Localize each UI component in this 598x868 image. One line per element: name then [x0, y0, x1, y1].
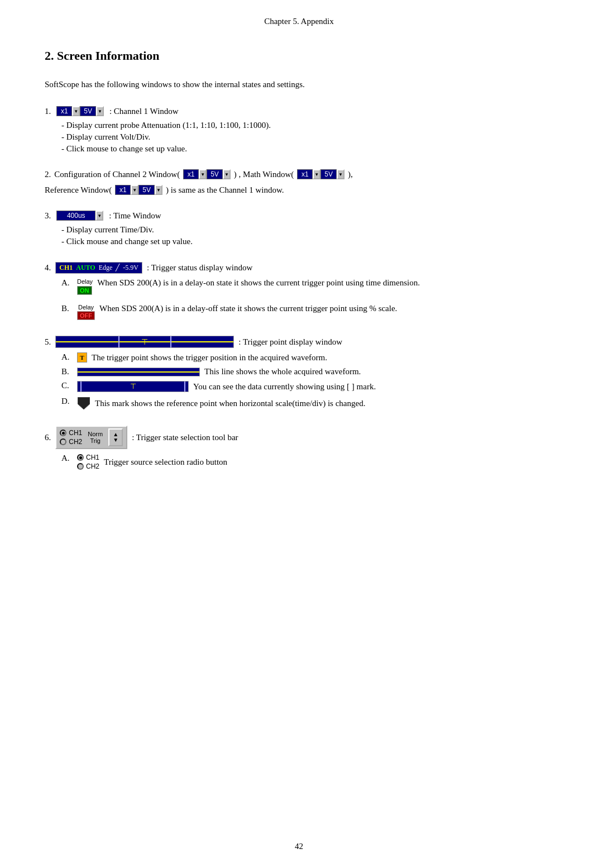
item-2: 2. Configuration of Channel 2 Window( x1…: [45, 169, 553, 195]
item-5-number: 5.: [45, 337, 51, 347]
delay-on-wrap: Delay ON: [77, 278, 93, 295]
item-4-desc: : Trigger status display window: [147, 263, 252, 273]
time-arrow[interactable]: ▼: [95, 211, 103, 221]
item-5-sub-a-text: The trigger point shows the trigger posi…: [92, 353, 327, 363]
sub-ch2-radio-item[interactable]: CH2: [77, 462, 99, 470]
item-6: 6. CH1 CH2 Norm Trig: [45, 426, 553, 470]
math-volt-value: 5V: [320, 169, 337, 179]
item-3-number: 3.: [45, 211, 51, 221]
trigger-ch1-label: CH1: [59, 264, 73, 272]
item-6-desc: : Trigger state selection tool bar: [132, 433, 238, 442]
item-4-sub-b-text: When SDS 200(A) is in a delay-off state …: [99, 304, 397, 313]
trigpoint-display-widget: ⊤: [55, 336, 234, 348]
time-value: 400us: [56, 211, 95, 221]
page: Chapter 5. Appendix 2. Screen Informatio…: [0, 0, 598, 868]
probe-arrow[interactable]: ▼: [72, 106, 80, 116]
item-1: 1. x1 ▼ 5V ▼ : Channel 1 Window - Displa…: [45, 106, 553, 154]
item-1-sub-2: - Display current Volt/Div.: [61, 132, 553, 142]
intro-text: SoftScope has the following windows to s…: [45, 80, 553, 89]
item-1-desc: : Channel 1 Window: [109, 107, 179, 116]
ch1-radio-btn[interactable]: [60, 430, 66, 436]
delay-off-wrap: Delay OFF: [77, 304, 95, 321]
item-4-sub-a: A. Delay ON When SDS 200(A) is in a dela…: [61, 278, 553, 295]
ch2-volt-value: 5V: [207, 169, 223, 179]
item-1-sub-3: - Click mouse to change set up value.: [61, 144, 553, 154]
item-2-desc-math-suffix: ),: [348, 170, 353, 179]
ch2-radio-label: CH2: [69, 438, 82, 446]
item-4-number: 4.: [45, 263, 51, 273]
chapter-header: Chapter 5. Appendix: [45, 17, 553, 26]
item-1-subitems: - Display current probe Attenuation (1:1…: [61, 121, 553, 154]
ch1-radio-item[interactable]: CH1: [60, 429, 82, 437]
item-2-desc-prefix: Configuration of Channel 2 Window(: [54, 170, 180, 179]
item-2-ref-prefix: Reference Window(: [45, 185, 112, 195]
data-showing-widget: ⊤: [77, 381, 189, 392]
section-title: 2. Screen Information: [45, 49, 553, 63]
ref-widget[interactable]: x1 ▼ 5V ▼: [115, 185, 162, 195]
item-6-number: 6.: [45, 433, 51, 442]
ref-probe-value: x1: [115, 185, 131, 195]
ch2-radio-btn[interactable]: [60, 438, 66, 445]
time-widget[interactable]: 400us ▼: [56, 211, 103, 221]
volt-arrow[interactable]: ▼: [96, 106, 104, 116]
item-2-number: 2.: [45, 170, 51, 179]
item-6-sub-a: A. CH1 CH2 Trigger source selection ra: [61, 454, 553, 470]
channel1-widget[interactable]: x1 ▼ 5V ▼: [56, 106, 104, 116]
ref-point-mark: [77, 397, 90, 410]
item-3-sub-1: - Display current Time/Div.: [61, 225, 553, 235]
math-widget[interactable]: x1 ▼ 5V ▼: [297, 169, 345, 179]
ref-volt-arrow[interactable]: ▼: [155, 185, 162, 195]
trig-updown-btn[interactable]: ▲ ▼: [108, 428, 123, 446]
math-probe-arrow[interactable]: ▼: [313, 169, 320, 179]
trigger-status-widget: CH1 AUTO Edge ╱ -5.9V: [55, 262, 142, 274]
trigger-source-mini-group[interactable]: CH1 CH2: [77, 454, 99, 470]
trigger-source-group[interactable]: CH1 CH2: [60, 429, 82, 446]
item-5-sub-d-text: This mark shows the reference point when…: [95, 399, 365, 408]
delay-on-badge: ON: [77, 286, 92, 295]
item-1-sub-1: - Display current probe Attenuation (1:1…: [61, 121, 553, 130]
math-volt-arrow[interactable]: ▼: [337, 169, 345, 179]
item-5-sub-b: B. This line shows the whole acquired wa…: [61, 367, 553, 376]
item-6-sub-a-text: Trigger source selection radio button: [104, 457, 227, 467]
data-bracket-left: [80, 381, 82, 392]
norm-trig-labels: Norm Trig: [88, 431, 103, 444]
ref-probe-arrow[interactable]: ▼: [131, 185, 138, 195]
ch2-probe-arrow[interactable]: ▼: [199, 169, 207, 179]
ch2-radio-item[interactable]: CH2: [60, 438, 82, 446]
item-5-sub-b-text: This line shows the whole acquired wavef…: [204, 367, 361, 376]
trigger-slope-symbol: ╱: [116, 264, 119, 272]
sub-ch2-radio-btn[interactable]: [77, 463, 84, 470]
sub-ch2-label: CH2: [86, 462, 99, 470]
item-2-ref-suffix: ) is same as the Channel 1 window.: [166, 185, 284, 195]
trigger-auto-label: AUTO: [76, 264, 95, 272]
math-probe-value: x1: [297, 169, 313, 179]
trigger-toolbar-widget[interactable]: CH1 CH2 Norm Trig ▲ ▼: [55, 426, 127, 449]
item-5-sub-d: D. This mark shows the reference point w…: [61, 397, 553, 410]
chapter-header-text: Chapter 5. Appendix: [264, 17, 334, 26]
data-bracket-right: [184, 381, 185, 392]
item-3: 3. 400us ▼ : Time Window - Display curre…: [45, 211, 553, 246]
svg-marker-0: [78, 397, 90, 409]
item-5-desc: : Trigger point display window: [238, 337, 342, 347]
item-5-sub-c: C. ⊤ You can see the data currently show…: [61, 381, 553, 392]
ch2-volt-arrow[interactable]: ▼: [223, 169, 231, 179]
probe-value: x1: [56, 106, 72, 116]
trigger-level-label: -5.9V: [123, 264, 138, 272]
item-5-sub-c-text: You can see the data currently showing u…: [193, 382, 376, 392]
item-5: 5. ⊤ : Trigger point display window A. T…: [45, 336, 553, 410]
item-3-desc: : Time Window: [109, 211, 161, 221]
ch1-radio-label: CH1: [69, 429, 82, 437]
whole-wave-inner-line: [78, 371, 199, 373]
delay-off-badge: OFF: [77, 311, 95, 320]
page-number: 42: [0, 842, 598, 851]
sub-ch1-radio-btn[interactable]: [77, 454, 84, 461]
trigger-edge-label: Edge: [99, 264, 113, 272]
item-2-desc-math-prefix: ) , Math Window(: [234, 170, 294, 179]
trig-point-marker-a: T: [77, 352, 87, 363]
item-4: 4. CH1 AUTO Edge ╱ -5.9V : Trigger statu…: [45, 262, 553, 320]
ch2-widget[interactable]: x1 ▼ 5V ▼: [183, 169, 231, 179]
sub-ch1-radio-item[interactable]: CH1: [77, 454, 99, 461]
item-1-number: 1.: [45, 107, 51, 116]
ref-volt-value: 5V: [138, 185, 155, 195]
trig-label: Trig: [90, 437, 101, 444]
